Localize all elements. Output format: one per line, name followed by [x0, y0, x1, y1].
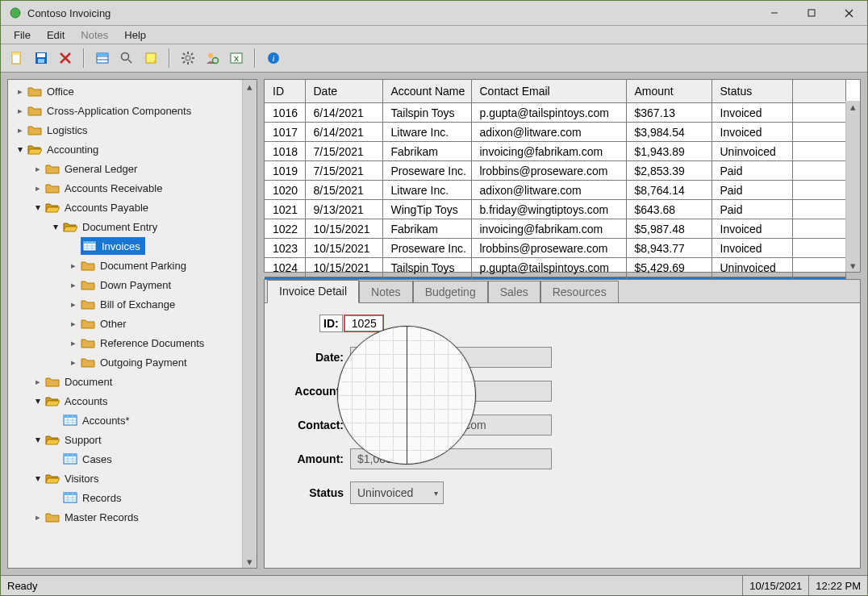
caret-closed-icon[interactable] [32, 376, 44, 387]
tree-item[interactable]: Records [8, 488, 242, 507]
user-button[interactable] [201, 47, 223, 69]
detail-status-label: Status [281, 486, 350, 499]
tree-item[interactable]: Accounts [8, 391, 242, 411]
menu-notes[interactable]: Notes [73, 27, 116, 43]
caret-open-icon[interactable] [15, 144, 26, 155]
note-button[interactable] [140, 47, 162, 69]
caret-open-icon[interactable] [32, 202, 44, 213]
caret-closed-icon[interactable] [68, 279, 79, 290]
grid-header-contact-email[interactable]: Contact Email [471, 80, 626, 103]
detail-id-value[interactable]: 1025 [344, 315, 383, 331]
tree-item[interactable]: Other [8, 314, 242, 333]
chevron-down-icon: ▾ [434, 489, 438, 498]
tab-resources[interactable]: Resources [540, 281, 619, 303]
caret-closed-icon[interactable] [68, 260, 79, 271]
tree-item[interactable]: Document Entry [8, 217, 242, 236]
grid-row[interactable]: 10176/14/2021Litware Inc.adixon@litware.… [265, 123, 846, 142]
grid-row[interactable]: 10208/15/2021Litware Inc.adixon@litware.… [265, 181, 846, 200]
tree-item[interactable]: Cross-Application Components [8, 101, 242, 120]
tree-item[interactable]: Cases [8, 449, 242, 469]
grid-row[interactable]: 10197/15/2021Proseware Inc.lrobbins@pros… [265, 161, 846, 181]
caret-closed-icon[interactable] [32, 163, 44, 174]
grid-header-date[interactable]: Date [305, 80, 382, 103]
table-button[interactable] [91, 47, 114, 69]
grid-cell: $5,987.48 [626, 219, 712, 239]
grid-row[interactable]: 10219/13/2021WingTip Toysb.friday@wingti… [265, 200, 846, 219]
tab-invoice-detail[interactable]: Invoice Detail [267, 280, 359, 303]
grid-row[interactable]: 102410/15/2021Tailspin Toysp.gupta@tails… [265, 258, 846, 277]
close-button[interactable] [830, 1, 867, 25]
caret-closed-icon[interactable] [68, 318, 79, 329]
invoice-grid[interactable]: IDDateAccount NameContact EmailAmountSta… [265, 80, 846, 297]
delete-button[interactable] [54, 47, 77, 69]
grid-header-amount[interactable]: Amount [626, 80, 712, 103]
tree-item[interactable]: Logistics [8, 120, 242, 140]
tab-budgeting[interactable]: Budgeting [413, 281, 488, 303]
menu-file[interactable]: File [6, 27, 39, 43]
grid-scrollbar[interactable]: ▴ ▾ [845, 101, 860, 272]
tree-item[interactable]: General Ledger [8, 159, 242, 178]
tree-item-label: Document Entry [82, 221, 157, 233]
tree-item[interactable]: Document [8, 372, 242, 391]
minimize-button[interactable] [756, 1, 793, 25]
grid-row[interactable]: 10166/14/2021Tailspin Toysp.gupta@tailsp… [265, 103, 846, 123]
caret-closed-icon[interactable] [15, 85, 26, 97]
caret-open-icon[interactable] [32, 434, 44, 445]
tree-item[interactable]: Accounts* [8, 411, 242, 430]
tab-notes[interactable]: Notes [359, 281, 413, 303]
caret-open-icon[interactable] [32, 473, 44, 484]
caret-open-icon[interactable] [32, 395, 44, 406]
grid-header-id[interactable]: ID [265, 80, 305, 103]
tree-item[interactable]: Accounts Receivable [8, 178, 242, 198]
caret-closed-icon[interactable] [68, 356, 79, 368]
grid-row[interactable]: 102210/15/2021Fabrikaminvoicing@fabrikam… [265, 219, 846, 239]
tree-item[interactable]: Bill of Exchange [8, 294, 242, 314]
grid-header-account-name[interactable]: Account Name [382, 80, 471, 103]
navigation-tree[interactable]: OfficeCross-Application ComponentsLogist… [8, 80, 242, 568]
excel-button[interactable]: X [225, 47, 248, 69]
tree-item[interactable]: Document Parking [8, 256, 242, 275]
grid-row[interactable]: 10187/15/2021Fabrikaminvoicing@fabrikam.… [265, 142, 846, 161]
scroll-down-icon[interactable]: ▾ [243, 555, 257, 568]
folder-icon [45, 375, 60, 388]
tree-item[interactable]: Accounting [8, 140, 242, 159]
caret-closed-icon[interactable] [68, 337, 79, 348]
search-button[interactable] [115, 47, 138, 69]
grid-cell-spacer [792, 258, 846, 277]
caret-open-icon[interactable] [50, 221, 61, 232]
tree-item[interactable]: Accounts Payable [8, 198, 242, 217]
save-button[interactable] [30, 47, 52, 69]
scroll-up-icon[interactable]: ▴ [243, 80, 257, 93]
tree-item[interactable]: Office [8, 81, 242, 101]
tab-sales[interactable]: Sales [488, 281, 540, 303]
tree-item-label: Cases [82, 453, 112, 465]
grid-header-status[interactable]: Status [712, 80, 792, 103]
scroll-up-icon[interactable]: ▴ [850, 101, 856, 113]
gear-button[interactable] [177, 47, 199, 69]
caret-closed-icon[interactable] [32, 511, 44, 523]
maximize-button[interactable] [793, 1, 830, 25]
tree-item[interactable]: Down Payment [8, 275, 242, 294]
tree-item[interactable]: Support [8, 430, 242, 449]
caret-closed-icon[interactable] [15, 124, 26, 135]
status-date: 10/15/2021 [742, 576, 808, 595]
tree-item[interactable]: Visitors [8, 469, 242, 488]
tree-item-label: Invoices [102, 240, 140, 252]
info-button[interactable]: i [262, 47, 285, 69]
grid-row[interactable]: 102310/15/2021Proseware Inc.lrobbins@pro… [265, 239, 846, 258]
menu-edit[interactable]: Edit [39, 27, 73, 43]
tree-item[interactable]: Outgoing Payment [8, 352, 242, 372]
detail-status-dropdown[interactable]: Uninvoiced ▾ [350, 481, 444, 504]
caret-closed-icon[interactable] [15, 105, 26, 116]
menu-help[interactable]: Help [116, 27, 154, 43]
folder-icon [27, 104, 42, 117]
caret-closed-icon[interactable] [32, 182, 44, 194]
tree-item[interactable]: Invoices [8, 236, 242, 256]
magnifier-overlay[interactable]: 10/1 [337, 326, 476, 465]
tree-item[interactable]: Reference Documents [8, 333, 242, 352]
caret-closed-icon[interactable] [68, 298, 79, 310]
tree-scrollbar[interactable]: ▴ ▾ [242, 80, 257, 568]
new-doc-button[interactable] [6, 47, 28, 69]
tree-item[interactable]: Master Records [8, 507, 242, 527]
scroll-down-icon[interactable]: ▾ [850, 260, 856, 272]
